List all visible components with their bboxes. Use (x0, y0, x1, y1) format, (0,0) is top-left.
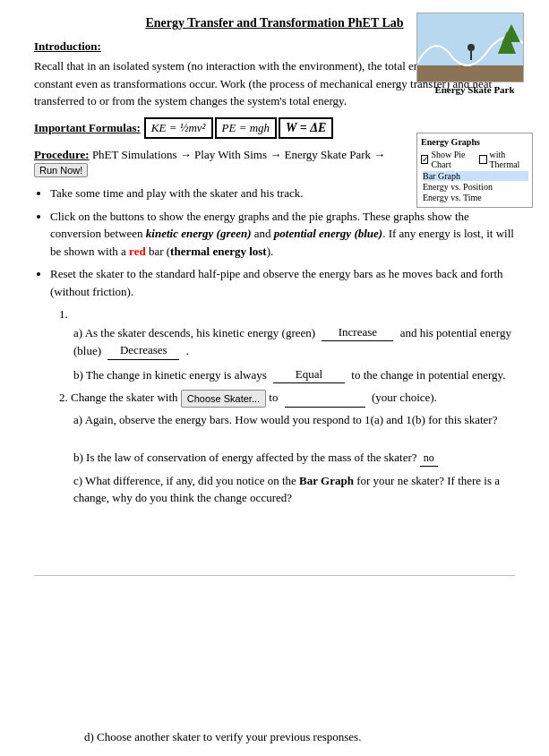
item-2b: b) Is the law of conservation of energy … (73, 449, 515, 467)
item-2-text-middle: to (269, 391, 280, 404)
energy-graphs-box: Energy Graphs Show Pie Chart with Therma… (416, 133, 533, 208)
bar-graph-option[interactable]: Bar Graph (423, 171, 528, 181)
svg-rect-0 (417, 65, 524, 82)
energy-vs-position-option[interactable]: Energy vs. Position (423, 182, 528, 192)
item-1a-text-before: a) As the skater descends, his kinetic e… (73, 326, 318, 339)
energy-graphs-title: Energy Graphs (421, 137, 528, 147)
skate-park-image (416, 13, 524, 82)
numbered-item-1: 1. a) As the skater descends, his kineti… (59, 305, 515, 383)
ke-text: KE = ½mv² (151, 121, 206, 134)
item-2a: a) Again, observe the energy bars. How w… (73, 411, 515, 429)
item-2b-text: b) Is the law of conservation of energy … (73, 451, 420, 464)
bottom-section: d) Choose another skater to verify your … (59, 585, 515, 746)
procedure-section: Procedure: PhET Simulations → Play With … (34, 146, 390, 178)
item-1b-text-before: b) The change in kinetic energy is alway… (73, 368, 270, 382)
item-2-text-before: Change the skater with (71, 391, 181, 404)
choose-skater-button[interactable]: Choose Skater... (181, 390, 266, 408)
procedure-text: PhET Simulations → Play With Sims → Ener… (92, 148, 385, 161)
phet-sims-text: PhET Simulations → Play With Sims → Ener… (92, 148, 385, 161)
item-1-label: 1. (59, 307, 68, 321)
item-1b-text-after: to the change in potential energy. (351, 368, 505, 382)
bottom-item-d: d) Choose another skater to verify your … (84, 728, 515, 746)
numbered-item-2: 2. Change the skater with Choose Skater.… (59, 389, 515, 507)
svg-point-1 (468, 44, 475, 51)
w-text: W = ΔE (286, 121, 326, 134)
item-1a: a) As the skater descends, his kinetic e… (73, 323, 515, 360)
bullet-item-3: Reset the skater to the standard half-pi… (50, 265, 515, 300)
item-2b-answer[interactable]: no (420, 450, 438, 467)
item-2-text-after: (your choice). (372, 391, 437, 404)
skate-park-panel: Energy Skate Park (416, 13, 533, 95)
skate-park-caption: Energy Skate Park (416, 84, 533, 95)
formula-w: W = ΔE (279, 117, 333, 139)
formula-ke: KE = ½mv² (144, 117, 213, 139)
run-now-button[interactable]: Run Now! (34, 163, 88, 177)
item-1a-answer1[interactable]: Increase (322, 323, 393, 342)
item-2a-text: a) Again, observe the energy bars. How w… (73, 413, 497, 426)
item-2-answer[interactable] (285, 407, 365, 408)
show-pie-checkbox[interactable] (421, 155, 428, 164)
formula-pe: PE = mgh (215, 117, 278, 139)
item-1b-answer[interactable]: Equal (273, 365, 345, 384)
show-pie-row: Show Pie Chart with Thermal (421, 150, 528, 169)
svg-marker-4 (502, 24, 520, 42)
item-2-label: 2. (59, 391, 71, 404)
item-1b: b) The change in kinetic energy is alway… (73, 365, 515, 384)
show-pie-label: Show Pie Chart (431, 150, 476, 169)
item-2c-text: c) What difference, if any, did you noti… (73, 474, 500, 505)
item-2c: c) What difference, if any, did you noti… (73, 472, 515, 507)
numbered-list: 1. a) As the skater descends, his kineti… (59, 305, 515, 507)
page-divider (34, 575, 515, 576)
pe-text: PE = mgh (222, 121, 270, 134)
procedure-label: Procedure: (34, 148, 90, 161)
formulas-label: Important Formulas: (34, 121, 141, 135)
bullet-item-2: Click on the buttons to show the energy … (50, 208, 515, 261)
spacer (34, 512, 515, 566)
energy-vs-time-option[interactable]: Energy vs. Time (423, 193, 528, 202)
item-1a-text-after: . (186, 344, 189, 357)
item-1a-answer2[interactable]: Decreases (107, 341, 179, 360)
with-thermal-checkbox[interactable] (479, 155, 486, 164)
with-thermal-label: with Thermal (490, 150, 529, 169)
